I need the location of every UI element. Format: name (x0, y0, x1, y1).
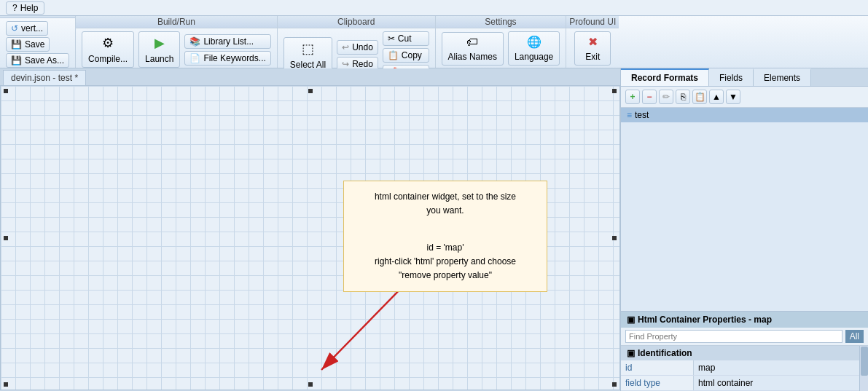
tooltip-spacer (356, 222, 535, 236)
tooltip-line5: right-click 'html' property and choose (356, 255, 535, 269)
select-all-icon: ⬚ (302, 41, 314, 57)
scrollbar[interactable] (859, 346, 868, 391)
tooltip-line2: you want. (356, 204, 535, 218)
redo-icon: ↪ (342, 59, 349, 69)
exit-label: Exit (585, 52, 600, 62)
file-keywords-button[interactable]: 📄 File Keywords... (184, 51, 270, 66)
properties-header: ▣ Html Container Properties - map (621, 312, 868, 328)
launch-label: Launch (145, 54, 173, 64)
language-button[interactable]: 🌐 Language (508, 31, 560, 66)
gear-icon: ⚙ (102, 35, 114, 51)
tab-elements[interactable]: Elements (754, 68, 811, 86)
build-run-label: Build/Run (76, 16, 277, 28)
panel-toolbar: + − ✏ ⎘ 📋 ▲ ▼ (621, 87, 868, 108)
file-section: ↺ vert... 💾 Save 💾 Save As... (0, 16, 76, 68)
properties-panel: ▣ Html Container Properties - map All ▣ … (621, 311, 868, 391)
copy-record-button[interactable]: ⎘ (676, 90, 690, 104)
scrollbar-thumb[interactable] (861, 347, 868, 376)
save-label: Save (25, 39, 44, 50)
save-button[interactable]: 💾 Save (6, 37, 50, 52)
save-as-button[interactable]: 💾 Save As... (6, 53, 69, 68)
undo-button[interactable]: ↩ Undo (337, 40, 378, 55)
redo-label: Redo (352, 59, 373, 69)
clipboard-section: Clipboard ⬚ Select All ↩ Undo ↪ Redo ✂ (278, 16, 436, 68)
group-identification-header: ▣ Identification (621, 346, 859, 360)
group-identification-label: Identification (638, 348, 692, 358)
library-list-button[interactable]: 📚 Library List... (184, 34, 270, 49)
tab-elements-label: Elements (764, 73, 800, 83)
find-property-input[interactable] (625, 330, 842, 343)
copy-label: Copy (402, 50, 422, 60)
alias-names-button[interactable]: 🏷 Alias Names (442, 32, 504, 66)
canvas-tab-label: devin.json - test * (11, 73, 78, 83)
collapse-icon: ▣ (627, 348, 635, 358)
canvas-tab[interactable]: devin.json - test * (3, 70, 86, 85)
help-button[interactable]: ? Help (6, 1, 44, 15)
tree-item-test[interactable]: ≡ test (621, 108, 868, 122)
settings-label: Settings (436, 16, 566, 28)
language-icon: 🌐 (527, 35, 541, 49)
compile-button[interactable]: ⚙ Compile... (82, 31, 134, 68)
clipboard-label: Clipboard (278, 16, 435, 28)
exit-icon: ✖ (588, 35, 598, 49)
cut-button[interactable]: ✂ Cut (383, 31, 429, 46)
file-keywords-label: File Keywords... (203, 53, 265, 63)
pencil-icon: ✏ (662, 92, 670, 102)
revert-button[interactable]: ↺ vert... (6, 21, 48, 36)
copy-button[interactable]: 📋 Copy (383, 48, 429, 63)
prop-field-type-value[interactable]: html container (694, 376, 859, 390)
tab-record-formats[interactable]: Record Formats (621, 68, 709, 86)
tooltip-box: html container widget, set to the size y… (343, 181, 547, 292)
library-list-label: Library List... (203, 36, 254, 47)
move-up-button[interactable]: ▲ (709, 90, 724, 104)
revert-icon: ↺ (11, 23, 18, 33)
all-btn-label: All (850, 331, 859, 341)
compile-label: Compile... (88, 54, 128, 64)
tree-item-label: test (635, 110, 649, 120)
undo-label: Undo (352, 42, 373, 52)
handle-br (612, 382, 617, 387)
prop-id-name: id (621, 360, 694, 375)
move-down-button[interactable]: ▼ (726, 90, 740, 104)
profound-ui-label: Profound UI (566, 16, 619, 28)
panel-tabs: Record Formats Fields Elements (621, 68, 868, 87)
delete-record-button[interactable]: − (642, 90, 657, 104)
top-bar: ? Help (0, 0, 868, 16)
handle-bm (308, 382, 313, 387)
prop-id-value[interactable]: map (694, 360, 859, 375)
add-record-button[interactable]: + (625, 90, 640, 104)
right-panel: Record Formats Fields Elements + − ✏ ⎘ (620, 68, 868, 391)
prop-row-field-type: field type html container (621, 376, 859, 391)
tab-fields[interactable]: Fields (709, 68, 754, 86)
copy-record-icon: ⎘ (681, 92, 686, 102)
all-button[interactable]: All (845, 330, 864, 343)
prop-field-type-name: field type (621, 376, 694, 390)
handle-tr (612, 89, 617, 93)
language-label: Language (515, 52, 553, 62)
alias-names-label: Alias Names (448, 52, 497, 62)
save-as-label: Save As... (25, 55, 64, 66)
toolbar: ↺ vert... 💾 Save 💾 Save As... Build/Run … (0, 16, 868, 68)
down-arrow-icon: ▼ (729, 92, 738, 102)
props-collapse-icon: ▣ (627, 315, 635, 325)
tooltip-line6: "remove property value" (356, 269, 535, 283)
tab-record-formats-label: Record Formats (631, 73, 698, 83)
help-label: Help (20, 3, 39, 13)
copy-icon: 📋 (388, 50, 399, 60)
tooltip-line4: id = 'map' (356, 241, 535, 255)
minus-icon: − (646, 92, 652, 102)
handle-ml (4, 236, 8, 240)
paste-record-button[interactable]: 📋 (692, 90, 707, 104)
handle-bl (4, 382, 8, 387)
edit-record-button[interactable]: ✏ (659, 90, 673, 104)
canvas-area: devin.json - test * (0, 68, 620, 391)
canvas-grid[interactable]: html container widget, set to the size y… (0, 85, 620, 390)
launch-button[interactable]: ▶ Launch (138, 31, 180, 68)
file-keywords-icon: 📄 (189, 53, 200, 63)
play-icon: ▶ (155, 35, 165, 51)
handle-tl (4, 89, 8, 93)
prop-row-id: id map (621, 360, 859, 376)
alias-icon: 🏷 (466, 36, 478, 49)
handle-tm (308, 89, 313, 93)
exit-button[interactable]: ✖ Exit (574, 31, 611, 66)
